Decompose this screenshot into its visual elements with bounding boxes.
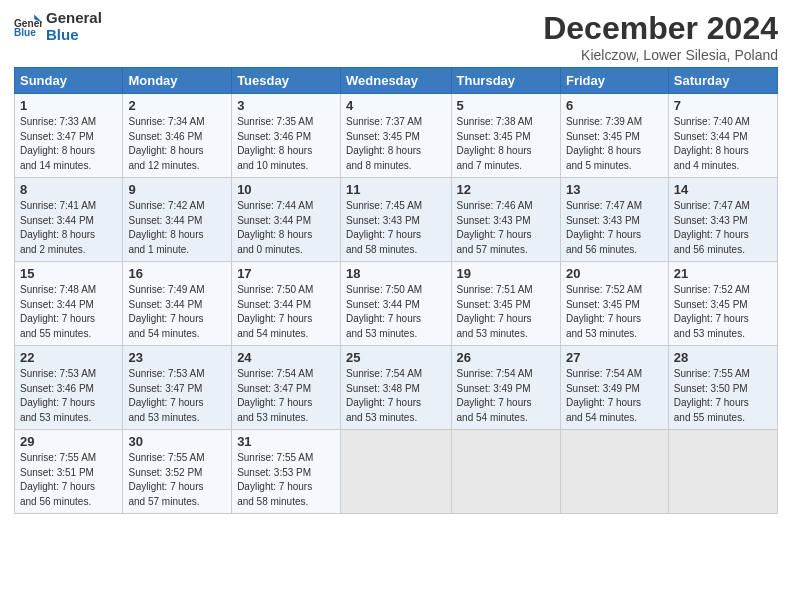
day-number: 3: [237, 98, 335, 113]
day-number: 14: [674, 182, 772, 197]
header-row: SundayMondayTuesdayWednesdayThursdayFrid…: [15, 68, 778, 94]
day-cell: 7Sunrise: 7:40 AM Sunset: 3:44 PM Daylig…: [668, 94, 777, 178]
day-number: 19: [457, 266, 555, 281]
day-cell: 13Sunrise: 7:47 AM Sunset: 3:43 PM Dayli…: [560, 178, 668, 262]
day-cell: 30Sunrise: 7:55 AM Sunset: 3:52 PM Dayli…: [123, 430, 232, 514]
day-cell: 31Sunrise: 7:55 AM Sunset: 3:53 PM Dayli…: [232, 430, 341, 514]
col-header-friday: Friday: [560, 68, 668, 94]
month-title: December 2024: [543, 10, 778, 47]
day-number: 8: [20, 182, 117, 197]
day-info: Sunrise: 7:47 AM Sunset: 3:43 PM Dayligh…: [674, 199, 772, 257]
day-number: 9: [128, 182, 226, 197]
day-number: 20: [566, 266, 663, 281]
day-info: Sunrise: 7:54 AM Sunset: 3:49 PM Dayligh…: [457, 367, 555, 425]
day-cell: 27Sunrise: 7:54 AM Sunset: 3:49 PM Dayli…: [560, 346, 668, 430]
location-subtitle: Kielczow, Lower Silesia, Poland: [543, 47, 778, 63]
day-info: Sunrise: 7:40 AM Sunset: 3:44 PM Dayligh…: [674, 115, 772, 173]
day-info: Sunrise: 7:49 AM Sunset: 3:44 PM Dayligh…: [128, 283, 226, 341]
week-row-1: 1Sunrise: 7:33 AM Sunset: 3:47 PM Daylig…: [15, 94, 778, 178]
day-number: 15: [20, 266, 117, 281]
day-number: 16: [128, 266, 226, 281]
day-number: 26: [457, 350, 555, 365]
page-container: General Blue General Blue December 2024 …: [0, 0, 792, 522]
day-info: Sunrise: 7:48 AM Sunset: 3:44 PM Dayligh…: [20, 283, 117, 341]
day-info: Sunrise: 7:41 AM Sunset: 3:44 PM Dayligh…: [20, 199, 117, 257]
day-number: 25: [346, 350, 446, 365]
day-number: 2: [128, 98, 226, 113]
logo-line2: Blue: [46, 27, 102, 44]
day-info: Sunrise: 7:37 AM Sunset: 3:45 PM Dayligh…: [346, 115, 446, 173]
day-info: Sunrise: 7:47 AM Sunset: 3:43 PM Dayligh…: [566, 199, 663, 257]
day-cell: 28Sunrise: 7:55 AM Sunset: 3:50 PM Dayli…: [668, 346, 777, 430]
day-cell: 16Sunrise: 7:49 AM Sunset: 3:44 PM Dayli…: [123, 262, 232, 346]
day-info: Sunrise: 7:52 AM Sunset: 3:45 PM Dayligh…: [674, 283, 772, 341]
day-info: Sunrise: 7:55 AM Sunset: 3:50 PM Dayligh…: [674, 367, 772, 425]
week-row-3: 15Sunrise: 7:48 AM Sunset: 3:44 PM Dayli…: [15, 262, 778, 346]
day-number: 24: [237, 350, 335, 365]
title-block: December 2024 Kielczow, Lower Silesia, P…: [543, 10, 778, 63]
day-cell: 6Sunrise: 7:39 AM Sunset: 3:45 PM Daylig…: [560, 94, 668, 178]
col-header-thursday: Thursday: [451, 68, 560, 94]
day-cell: 19Sunrise: 7:51 AM Sunset: 3:45 PM Dayli…: [451, 262, 560, 346]
col-header-tuesday: Tuesday: [232, 68, 341, 94]
day-number: 10: [237, 182, 335, 197]
day-info: Sunrise: 7:35 AM Sunset: 3:46 PM Dayligh…: [237, 115, 335, 173]
day-info: Sunrise: 7:54 AM Sunset: 3:49 PM Dayligh…: [566, 367, 663, 425]
day-number: 4: [346, 98, 446, 113]
day-cell: 17Sunrise: 7:50 AM Sunset: 3:44 PM Dayli…: [232, 262, 341, 346]
day-info: Sunrise: 7:51 AM Sunset: 3:45 PM Dayligh…: [457, 283, 555, 341]
col-header-monday: Monday: [123, 68, 232, 94]
day-number: 23: [128, 350, 226, 365]
day-cell: 9Sunrise: 7:42 AM Sunset: 3:44 PM Daylig…: [123, 178, 232, 262]
svg-text:Blue: Blue: [14, 27, 36, 38]
day-number: 6: [566, 98, 663, 113]
day-cell: 12Sunrise: 7:46 AM Sunset: 3:43 PM Dayli…: [451, 178, 560, 262]
day-info: Sunrise: 7:54 AM Sunset: 3:48 PM Dayligh…: [346, 367, 446, 425]
calendar-table: SundayMondayTuesdayWednesdayThursdayFrid…: [14, 67, 778, 514]
day-cell: 20Sunrise: 7:52 AM Sunset: 3:45 PM Dayli…: [560, 262, 668, 346]
day-number: 17: [237, 266, 335, 281]
logo: General Blue General Blue: [14, 10, 102, 43]
day-cell: [668, 430, 777, 514]
day-number: 22: [20, 350, 117, 365]
day-info: Sunrise: 7:34 AM Sunset: 3:46 PM Dayligh…: [128, 115, 226, 173]
day-cell: 14Sunrise: 7:47 AM Sunset: 3:43 PM Dayli…: [668, 178, 777, 262]
day-info: Sunrise: 7:44 AM Sunset: 3:44 PM Dayligh…: [237, 199, 335, 257]
day-number: 28: [674, 350, 772, 365]
day-number: 5: [457, 98, 555, 113]
day-info: Sunrise: 7:55 AM Sunset: 3:52 PM Dayligh…: [128, 451, 226, 509]
day-number: 13: [566, 182, 663, 197]
day-cell: 8Sunrise: 7:41 AM Sunset: 3:44 PM Daylig…: [15, 178, 123, 262]
day-cell: 24Sunrise: 7:54 AM Sunset: 3:47 PM Dayli…: [232, 346, 341, 430]
day-info: Sunrise: 7:53 AM Sunset: 3:46 PM Dayligh…: [20, 367, 117, 425]
day-info: Sunrise: 7:38 AM Sunset: 3:45 PM Dayligh…: [457, 115, 555, 173]
day-info: Sunrise: 7:46 AM Sunset: 3:43 PM Dayligh…: [457, 199, 555, 257]
day-cell: 1Sunrise: 7:33 AM Sunset: 3:47 PM Daylig…: [15, 94, 123, 178]
logo-line1: General: [46, 10, 102, 27]
day-cell: 23Sunrise: 7:53 AM Sunset: 3:47 PM Dayli…: [123, 346, 232, 430]
day-cell: 29Sunrise: 7:55 AM Sunset: 3:51 PM Dayli…: [15, 430, 123, 514]
day-number: 12: [457, 182, 555, 197]
day-number: 11: [346, 182, 446, 197]
day-cell: 18Sunrise: 7:50 AM Sunset: 3:44 PM Dayli…: [341, 262, 452, 346]
col-header-saturday: Saturday: [668, 68, 777, 94]
day-number: 7: [674, 98, 772, 113]
header: General Blue General Blue December 2024 …: [14, 10, 778, 63]
day-info: Sunrise: 7:33 AM Sunset: 3:47 PM Dayligh…: [20, 115, 117, 173]
day-info: Sunrise: 7:50 AM Sunset: 3:44 PM Dayligh…: [346, 283, 446, 341]
day-info: Sunrise: 7:45 AM Sunset: 3:43 PM Dayligh…: [346, 199, 446, 257]
day-cell: [341, 430, 452, 514]
day-number: 27: [566, 350, 663, 365]
day-cell: 22Sunrise: 7:53 AM Sunset: 3:46 PM Dayli…: [15, 346, 123, 430]
day-cell: 3Sunrise: 7:35 AM Sunset: 3:46 PM Daylig…: [232, 94, 341, 178]
day-info: Sunrise: 7:39 AM Sunset: 3:45 PM Dayligh…: [566, 115, 663, 173]
week-row-5: 29Sunrise: 7:55 AM Sunset: 3:51 PM Dayli…: [15, 430, 778, 514]
day-cell: 10Sunrise: 7:44 AM Sunset: 3:44 PM Dayli…: [232, 178, 341, 262]
day-number: 1: [20, 98, 117, 113]
day-info: Sunrise: 7:55 AM Sunset: 3:51 PM Dayligh…: [20, 451, 117, 509]
day-number: 18: [346, 266, 446, 281]
day-cell: 26Sunrise: 7:54 AM Sunset: 3:49 PM Dayli…: [451, 346, 560, 430]
day-cell: 15Sunrise: 7:48 AM Sunset: 3:44 PM Dayli…: [15, 262, 123, 346]
day-cell: 5Sunrise: 7:38 AM Sunset: 3:45 PM Daylig…: [451, 94, 560, 178]
day-cell: 25Sunrise: 7:54 AM Sunset: 3:48 PM Dayli…: [341, 346, 452, 430]
